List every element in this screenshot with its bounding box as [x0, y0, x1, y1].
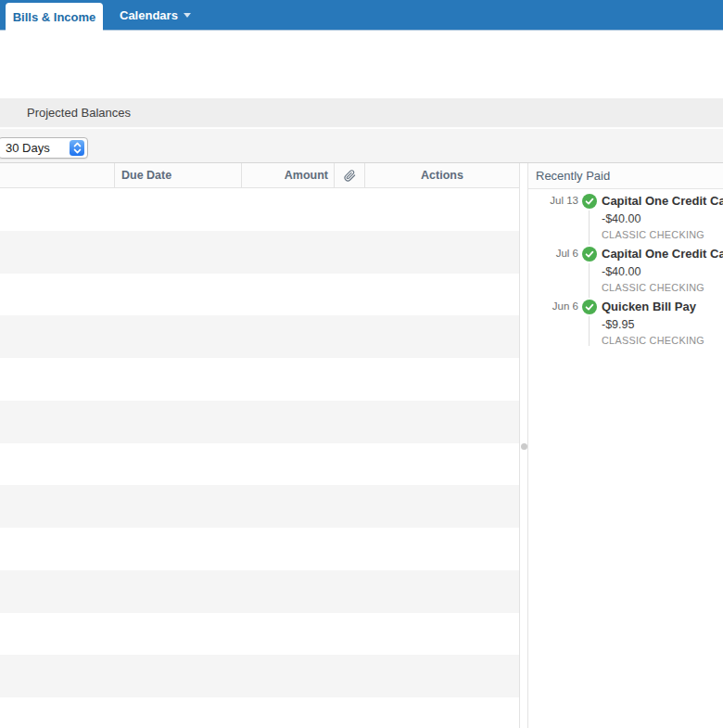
recently-paid-entry[interactable]: Jul 6 Capital One Credit Card -$40.00 CL… — [528, 247, 723, 293]
tab-bills-and-income-label: Bills & Income — [13, 10, 96, 24]
column-header-amount: Amount — [241, 163, 334, 187]
table-row — [0, 485, 519, 528]
panel-splitter[interactable] — [520, 163, 527, 728]
entry-amount: -$40.00 — [602, 265, 723, 278]
main-content: Due Date Amount Actions Recently Paid — [0, 163, 723, 728]
entry-payee: Capital One Credit Card — [602, 194, 723, 208]
table-row — [0, 315, 519, 358]
entry-amount: -$9.95 — [602, 318, 723, 331]
table-row — [0, 358, 519, 401]
table-row — [0, 655, 519, 697]
entry-date: Jun 6 — [532, 300, 578, 313]
table-row — [0, 443, 519, 486]
table-row — [0, 697, 519, 728]
table-row — [0, 401, 519, 443]
app-window: Bills & Income Calendars Projected Balan… — [0, 0, 723, 728]
table-row — [0, 231, 519, 274]
entry-account: CLASSIC CHECKING — [602, 282, 723, 293]
bills-table-header: Due Date Amount Actions — [0, 163, 519, 188]
table-row — [0, 188, 519, 231]
check-circle-icon — [582, 194, 597, 209]
entry-payee: Capital One Credit Card — [602, 247, 723, 261]
entry-date: Jul 6 — [532, 247, 578, 261]
projected-balances-header: Projected Balances — [0, 98, 723, 128]
tab-bills-and-income[interactable]: Bills & Income — [6, 3, 103, 31]
up-down-chevrons-icon — [70, 140, 84, 156]
column-header-due-date: Due Date — [114, 163, 241, 187]
splitter-handle-dot — [521, 443, 527, 450]
bills-table-body — [0, 188, 519, 728]
entry-account: CLASSIC CHECKING — [602, 335, 723, 346]
table-row — [0, 274, 519, 316]
top-tab-bar: Bills & Income Calendars — [0, 0, 723, 31]
check-circle-icon — [582, 300, 597, 314]
column-header-blank — [0, 163, 114, 187]
entry-amount: -$40.00 — [602, 212, 723, 225]
column-header-actions: Actions — [364, 163, 519, 187]
check-circle-icon — [582, 247, 597, 262]
table-row — [0, 570, 519, 613]
chevron-down-icon — [184, 13, 191, 18]
table-row — [0, 528, 519, 570]
entry-date: Jul 13 — [532, 194, 578, 208]
date-range-selected-value: 30 Days — [6, 141, 50, 155]
recently-paid-list: Jul 13 Capital One Credit Card -$40.00 C… — [528, 194, 723, 352]
recently-paid-entry[interactable]: Jun 6 Quicken Bill Pay -$9.95 CLASSIC CH… — [528, 300, 723, 346]
paperclip-icon — [344, 170, 356, 182]
recently-paid-panel: Recently Paid Jul 13 Capital One Credit … — [527, 163, 723, 728]
tab-calendars[interactable]: Calendars — [120, 0, 191, 30]
column-header-attachment — [334, 163, 364, 187]
table-row — [0, 613, 519, 656]
entry-payee: Quicken Bill Pay — [602, 300, 723, 313]
recently-paid-entry[interactable]: Jul 13 Capital One Credit Card -$40.00 C… — [528, 194, 723, 240]
bills-table: Due Date Amount Actions — [0, 163, 520, 728]
recently-paid-title: Recently Paid — [528, 163, 723, 189]
filter-bar: 30 Days — [0, 129, 723, 163]
entry-account: CLASSIC CHECKING — [602, 229, 723, 240]
date-range-select[interactable]: 30 Days — [0, 137, 88, 159]
tab-calendars-label: Calendars — [120, 8, 178, 22]
projected-balances-title: Projected Balances — [27, 106, 131, 120]
